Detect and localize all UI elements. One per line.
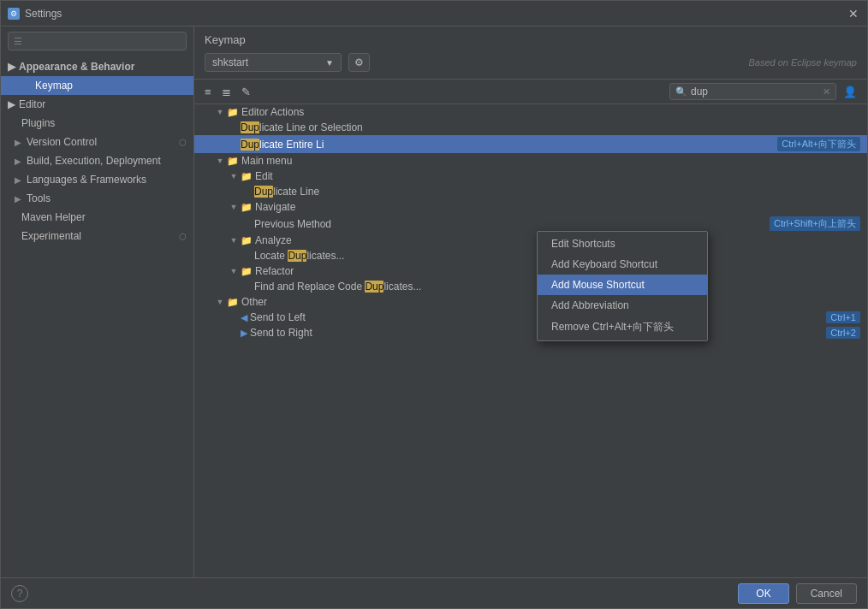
expand-all-button[interactable]: ≡ bbox=[201, 84, 215, 100]
node-label: Duplicate Line bbox=[254, 186, 319, 198]
arrow-icon: ▶ bbox=[8, 98, 15, 110]
tree-node-dup-line[interactable]: ▶ Duplicate Line bbox=[194, 184, 867, 199]
tree-node-other[interactable]: ▼ 📁 Other bbox=[194, 294, 867, 310]
based-on-label: Based on Eclipse keymap bbox=[748, 57, 857, 68]
context-menu-item-add-abbreviation[interactable]: Add Abbreviation bbox=[538, 295, 707, 316]
sidebar-search-box[interactable]: ☰ bbox=[8, 32, 187, 50]
context-menu-item-add-mouse[interactable]: Add Mouse Shortcut bbox=[538, 275, 707, 295]
settings-window: ⚙ Settings ✕ ☰ ▶ Appearance & Behavior K… bbox=[0, 0, 868, 609]
right-panel: Keymap shkstart ▼ ⚙ Based on Eclipse key… bbox=[194, 27, 867, 577]
sidebar-item-version-control[interactable]: ▶ Version Control ⬡ bbox=[1, 133, 193, 151]
context-menu-item-edit[interactable]: Edit Shortcuts bbox=[538, 234, 707, 254]
close-button[interactable]: ✕ bbox=[847, 7, 860, 21]
tree-toolbar: ≡ ≣ ✎ 🔍 ✕ 👤 bbox=[194, 80, 867, 104]
sidebar-nav: ▶ Appearance & Behavior Keymap ▶ Editor … bbox=[1, 56, 193, 577]
help-label: ? bbox=[17, 588, 23, 600]
arrow-icon: ▶ bbox=[15, 157, 21, 166]
sidebar-item-experimental[interactable]: Experimental ⬡ bbox=[1, 227, 193, 245]
bottom-buttons: OK Cancel bbox=[738, 583, 857, 604]
shortcut-badge: Ctrl+2 bbox=[826, 327, 860, 339]
highlight-dup: Dup bbox=[241, 121, 259, 133]
tree-node-refactor[interactable]: ▼ 📁 Refactor bbox=[194, 263, 867, 279]
node-label: Previous Method bbox=[254, 218, 331, 230]
arrow-icon: ▶ bbox=[15, 138, 21, 147]
node-label: Duplicate Entire Li bbox=[241, 139, 324, 151]
tree-node-analyze[interactable]: ▼ 📁 Analyze bbox=[194, 233, 867, 248]
expand-spacer: ▶ bbox=[229, 122, 239, 133]
sidebar-item-label: Experimental bbox=[21, 230, 81, 242]
clear-search-button[interactable]: ✕ bbox=[823, 86, 830, 98]
collapse-all-button[interactable]: ≣ bbox=[218, 84, 235, 100]
sidebar-item-label: Appearance & Behavior bbox=[19, 61, 134, 73]
main-content: ☰ ▶ Appearance & Behavior Keymap ▶ Edito… bbox=[1, 27, 867, 577]
app-icon: ⚙ bbox=[8, 8, 20, 20]
expand-icon: ▼ bbox=[229, 235, 239, 245]
search-options-button[interactable]: 👤 bbox=[840, 84, 860, 100]
menu-item-label: Add Abbreviation bbox=[551, 299, 629, 311]
tree-node-main-menu[interactable]: ▼ 📁 Main menu bbox=[194, 153, 867, 169]
sidebar-item-appearance[interactable]: ▶ Appearance & Behavior bbox=[1, 57, 193, 76]
sidebar-item-label: Build, Execution, Deployment bbox=[27, 155, 161, 167]
sidebar-item-label: Keymap bbox=[35, 80, 73, 92]
sidebar-item-build[interactable]: ▶ Build, Execution, Deployment bbox=[1, 151, 193, 170]
tree-node-dup-line-sel[interactable]: ▶ Duplicate Line or Selection bbox=[194, 120, 867, 135]
ok-button[interactable]: OK bbox=[738, 583, 788, 604]
tree-node-dup-entire[interactable]: ▶ Duplicate Entire Li Ctrl+Alt+向下箭头 bbox=[194, 135, 867, 153]
folder-icon: 📁 bbox=[241, 266, 253, 277]
gear-button[interactable]: ⚙ bbox=[348, 53, 370, 72]
search-right: 🔍 ✕ 👤 bbox=[669, 83, 860, 100]
expand-icon: ▼ bbox=[215, 297, 225, 307]
node-label: Edit bbox=[255, 170, 273, 182]
sidebar-item-plugins[interactable]: Plugins bbox=[1, 114, 193, 133]
edit-button[interactable]: ✎ bbox=[238, 84, 254, 100]
shortcut-badge: Ctrl+1 bbox=[826, 311, 860, 323]
node-label: Editor Actions bbox=[241, 106, 304, 118]
arrow-icon: ▶ bbox=[15, 194, 21, 204]
scheme-dropdown[interactable]: shkstart ▼ bbox=[205, 53, 342, 72]
tree-node-previous-method[interactable]: ▶ Previous Method Ctrl+Shift+向上箭头 bbox=[194, 215, 867, 233]
help-button[interactable]: ? bbox=[11, 585, 28, 602]
sidebar-search-icon: ☰ bbox=[14, 36, 22, 47]
folder-icon: 📁 bbox=[227, 107, 239, 118]
shortcut-badge: Ctrl+Shift+向上箭头 bbox=[770, 216, 860, 231]
node-label: Other bbox=[241, 296, 267, 308]
highlight-dup: Dup bbox=[365, 281, 383, 293]
sidebar-item-keymap[interactable]: Keymap bbox=[1, 76, 193, 95]
highlight-dup: Dup bbox=[254, 186, 273, 198]
tree-node-send-right[interactable]: ▶ ▶ Send to Right Ctrl+2 bbox=[194, 325, 867, 340]
context-menu-item-remove[interactable]: Remove Ctrl+Alt+向下箭头 bbox=[538, 316, 707, 339]
keymap-search-input[interactable] bbox=[691, 86, 819, 98]
sidebar-item-maven-helper[interactable]: Maven Helper bbox=[1, 208, 193, 227]
cancel-button[interactable]: Cancel bbox=[796, 583, 857, 604]
tree-node-editor-actions[interactable]: ▼ 📁 Editor Actions bbox=[194, 104, 867, 120]
folder-icon: 📁 bbox=[227, 156, 239, 167]
tree-node-send-left[interactable]: ▶ ◀ Send to Left Ctrl+1 bbox=[194, 310, 867, 325]
sidebar-item-label: Maven Helper bbox=[21, 211, 86, 223]
panel-title: Keymap bbox=[205, 33, 857, 46]
sidebar-search-input[interactable] bbox=[26, 35, 181, 47]
tree-container: ▼ 📁 Editor Actions ▶ Duplicate Line or S… bbox=[194, 104, 867, 577]
node-label: Send to Left bbox=[250, 311, 306, 323]
expand-spacer: ▶ bbox=[242, 251, 253, 261]
tree-node-locate-dups[interactable]: ▶ Locate Duplicates... bbox=[194, 248, 867, 263]
sidebar-item-label: Tools bbox=[27, 192, 51, 204]
expand-spacer: ▶ bbox=[229, 139, 239, 150]
badge-icon: ⬡ bbox=[179, 232, 187, 241]
sidebar-item-tools[interactable]: ▶ Tools bbox=[1, 189, 193, 208]
node-label: Locate Duplicates... bbox=[254, 250, 344, 262]
sidebar-item-languages[interactable]: ▶ Languages & Frameworks bbox=[1, 170, 193, 189]
menu-item-label: Add Keyboard Shortcut bbox=[551, 258, 657, 270]
folder-icon: 📁 bbox=[241, 202, 253, 213]
tree-node-find-replace[interactable]: ▶ Find and Replace Code Duplicates... bbox=[194, 279, 867, 294]
highlight-dup: Dup bbox=[241, 139, 259, 151]
tree-node-edit-group[interactable]: ▼ 📁 Edit bbox=[194, 169, 867, 184]
folder-icon: 📁 bbox=[241, 235, 253, 246]
context-menu-item-add-keyboard[interactable]: Add Keyboard Shortcut bbox=[538, 254, 707, 275]
sidebar-item-editor[interactable]: ▶ Editor bbox=[1, 95, 193, 114]
tree-node-navigate[interactable]: ▼ 📁 Navigate bbox=[194, 199, 867, 215]
node-label: Duplicate Line or Selection bbox=[241, 121, 363, 133]
keymap-search-field[interactable]: 🔍 ✕ bbox=[669, 83, 836, 100]
expand-icon: ▼ bbox=[215, 156, 225, 166]
sidebar: ☰ ▶ Appearance & Behavior Keymap ▶ Edito… bbox=[1, 27, 194, 577]
expand-icon: ▼ bbox=[229, 202, 239, 212]
